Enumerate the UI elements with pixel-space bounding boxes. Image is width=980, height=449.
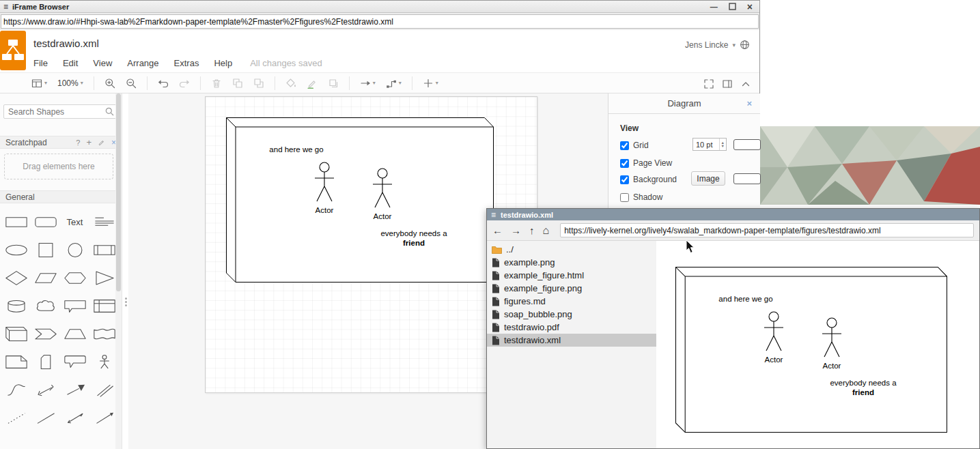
shape-callout-rounded[interactable] (60, 348, 89, 376)
fill-color-button[interactable] (285, 78, 296, 89)
sidebar-scrollbar[interactable] (115, 93, 122, 449)
shape-line[interactable] (31, 404, 60, 432)
shape-card[interactable] (31, 348, 60, 376)
window-menu-icon[interactable]: ≡ (3, 2, 8, 12)
file-row[interactable]: example.png (487, 256, 656, 269)
grid-size-spinner[interactable]: 10 pt ▲▼ (692, 138, 727, 151)
window-menu-icon[interactable]: ≡ (491, 210, 496, 220)
shape-cylinder[interactable] (1, 292, 31, 320)
menu-view[interactable]: View (93, 58, 112, 68)
file-browser-url-input[interactable] (560, 223, 974, 237)
grid-color-swatch[interactable] (733, 139, 761, 150)
file-browser-titlebar[interactable]: ≡ testdrawio.xml (487, 209, 979, 220)
scratchpad-edit-icon[interactable] (98, 139, 105, 146)
actor-shape[interactable] (371, 167, 394, 209)
shape-link[interactable] (89, 376, 119, 404)
file-row[interactable]: example_figure.png (487, 282, 656, 295)
insert-button[interactable]: ▾ (423, 78, 438, 89)
menu-help[interactable]: Help (214, 58, 232, 68)
file-row[interactable]: figures.md (487, 295, 656, 308)
shape-rectangle[interactable] (1, 208, 31, 236)
background-checkbox[interactable] (620, 175, 629, 184)
shape-square[interactable] (31, 236, 60, 264)
shape-step[interactable] (31, 320, 60, 348)
shape-curve[interactable] (1, 376, 31, 404)
shadow-checkbox[interactable] (620, 193, 629, 202)
undo-button[interactable] (158, 78, 169, 89)
diagram-cube-shape[interactable]: and here we go Actor Actor everybody nee… (226, 117, 494, 283)
zoom-in-button[interactable] (104, 78, 115, 89)
sidebar-splitter-handle[interactable] (124, 293, 128, 310)
shape-process[interactable] (89, 236, 119, 264)
shape-cube[interactable] (1, 320, 31, 348)
shape-text[interactable]: Text (60, 208, 89, 236)
shape-rounded-rectangle[interactable] (31, 208, 60, 236)
shadow-button[interactable] (328, 78, 339, 89)
redo-button[interactable] (179, 78, 190, 89)
shape-note[interactable] (1, 348, 31, 376)
background-image-button[interactable]: Image (691, 171, 725, 186)
to-back-button[interactable] (253, 78, 264, 89)
shape-parallelogram[interactable] (31, 264, 60, 292)
zoom-out-button[interactable] (126, 78, 137, 89)
delete-button[interactable] (211, 78, 222, 89)
shape-dashed-line[interactable] (1, 404, 31, 432)
menu-edit[interactable]: Edit (63, 58, 78, 68)
general-section-header[interactable]: General (0, 190, 122, 203)
shape-ellipse[interactable] (1, 236, 31, 264)
collapse-toolbar-icon[interactable] (740, 78, 751, 89)
shape-bidirectional-connector[interactable] (60, 404, 89, 432)
shape-diamond[interactable] (1, 264, 31, 292)
spinner-arrows-icon[interactable]: ▲▼ (719, 139, 726, 150)
shape-tape[interactable] (89, 320, 119, 348)
menu-file[interactable]: File (33, 58, 48, 68)
window-titlebar[interactable]: ≡ iFrame Browser — × (0, 1, 759, 13)
file-row-parent-dir[interactable]: ../ (487, 243, 656, 256)
format-tab-diagram[interactable]: Diagram × (608, 93, 760, 114)
close-button[interactable]: × (747, 1, 753, 12)
home-button[interactable]: ⌂ (543, 224, 550, 237)
language-globe-icon[interactable] (740, 40, 750, 50)
shape-hexagon[interactable] (60, 264, 89, 292)
file-row[interactable]: testdrawio.pdf (487, 321, 656, 334)
minimize-button[interactable]: — (710, 3, 718, 11)
scrollbar-thumb[interactable] (116, 93, 121, 291)
scratchpad-help-icon[interactable]: ? (76, 139, 80, 147)
shape-bidirectional-arrow[interactable] (31, 376, 60, 404)
format-panel-toggle-icon[interactable] (722, 78, 733, 89)
shape-trapezoid[interactable] (60, 320, 89, 348)
back-button[interactable]: ← (492, 224, 503, 236)
up-button[interactable]: ↑ (529, 224, 535, 236)
user-menu-chevron-icon[interactable]: ▾ (732, 42, 736, 48)
maximize-button[interactable] (729, 3, 736, 10)
shape-cloud[interactable] (31, 292, 60, 320)
search-input[interactable] (3, 104, 117, 119)
shape-directional-connector[interactable] (89, 404, 119, 432)
search-icon[interactable] (105, 107, 114, 116)
file-row[interactable]: example_figure.html (487, 269, 656, 282)
grid-checkbox[interactable] (620, 141, 629, 150)
page-view-checkbox[interactable] (620, 159, 629, 168)
scratchpad-add-icon[interactable]: + (86, 137, 92, 147)
shape-actor[interactable] (89, 348, 119, 376)
shape-triangle[interactable] (89, 264, 119, 292)
background-color-swatch[interactable] (733, 173, 761, 184)
line-color-button[interactable] (307, 78, 318, 89)
to-front-button[interactable] (232, 78, 243, 89)
menu-extras[interactable]: Extras (174, 58, 199, 68)
url-input[interactable] (1, 14, 759, 29)
shape-textbox[interactable] (89, 208, 119, 236)
format-panel-close-icon[interactable]: × (746, 98, 752, 108)
fullscreen-icon[interactable] (703, 78, 714, 89)
file-row[interactable]: soap_bubble.png (487, 308, 656, 321)
menu-arrange[interactable]: Arrange (127, 58, 158, 68)
connection-button[interactable]: ▾ (360, 78, 376, 89)
zoom-dropdown-button[interactable]: 100% ▾ (57, 78, 83, 88)
shape-arrow[interactable] (60, 376, 89, 404)
waypoints-button[interactable]: ▾ (386, 78, 402, 89)
shape-callout[interactable] (60, 292, 89, 320)
forward-button[interactable]: → (511, 224, 521, 236)
scratchpad-drop-area[interactable]: Drag elements here (4, 154, 113, 179)
shape-circle[interactable] (60, 236, 89, 264)
view-dropdown-button[interactable]: ▾ (31, 78, 47, 89)
